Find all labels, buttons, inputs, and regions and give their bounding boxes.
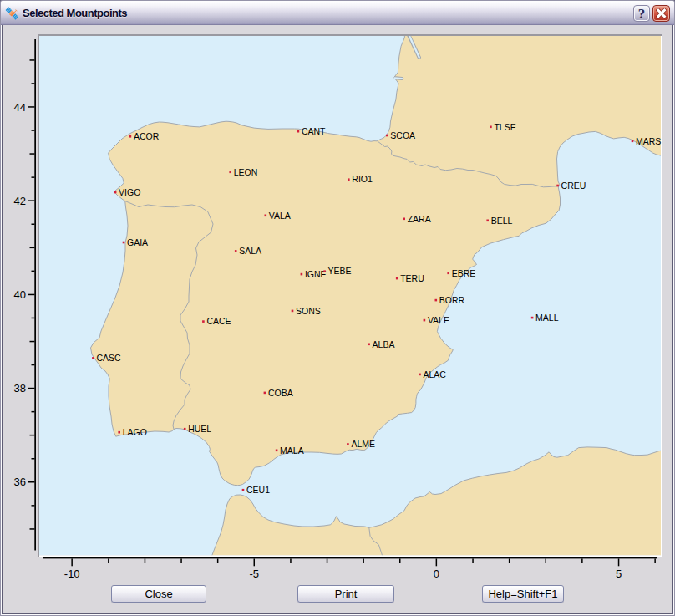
svg-text:HUEL: HUEL xyxy=(188,424,211,434)
svg-text:44: 44 xyxy=(14,101,26,114)
svg-text:IGNE: IGNE xyxy=(305,269,327,279)
svg-text:ZARA: ZARA xyxy=(408,214,431,224)
svg-text:GAIA: GAIA xyxy=(127,237,148,247)
svg-text:CEU1: CEU1 xyxy=(246,485,270,495)
svg-text:MALL: MALL xyxy=(535,313,559,323)
svg-text:36: 36 xyxy=(14,476,26,488)
svg-text:BELL: BELL xyxy=(491,216,513,226)
svg-text:COBA: COBA xyxy=(268,388,293,398)
svg-text:MALA: MALA xyxy=(280,445,304,456)
svg-text:ALAC: ALAC xyxy=(424,369,447,379)
svg-text:CASC: CASC xyxy=(96,353,121,363)
svg-text:ALBA: ALBA xyxy=(373,339,395,349)
svg-text:CACE: CACE xyxy=(206,316,231,326)
svg-text:0: 0 xyxy=(434,568,439,580)
svg-text:ACOR: ACOR xyxy=(134,131,160,141)
svg-text:SONS: SONS xyxy=(296,306,321,316)
svg-text:38: 38 xyxy=(14,382,26,395)
svg-text:ALME: ALME xyxy=(351,439,375,449)
svg-text:5: 5 xyxy=(616,568,622,580)
svg-text:YEBE: YEBE xyxy=(328,266,352,276)
svg-text:SALA: SALA xyxy=(239,246,261,256)
svg-text:TLSE: TLSE xyxy=(494,122,515,132)
svg-text:VALE: VALE xyxy=(428,315,449,325)
svg-text:40: 40 xyxy=(14,288,26,301)
svg-text:TERU: TERU xyxy=(400,273,424,283)
svg-text:VALA: VALA xyxy=(269,211,291,221)
svg-text:MARS: MARS xyxy=(636,136,661,146)
svg-text:-5: -5 xyxy=(250,568,260,580)
svg-text:LEON: LEON xyxy=(234,167,258,177)
svg-text:VIGO: VIGO xyxy=(119,187,140,197)
svg-text:LAGO: LAGO xyxy=(123,427,147,437)
svg-text:42: 42 xyxy=(14,195,26,207)
svg-text:EBRE: EBRE xyxy=(452,268,476,278)
svg-text:BORR: BORR xyxy=(439,295,465,305)
svg-text:-10: -10 xyxy=(64,568,80,580)
svg-text:RIO1: RIO1 xyxy=(352,174,373,184)
svg-text:CREU: CREU xyxy=(561,181,586,191)
svg-text:SCOA: SCOA xyxy=(390,130,415,140)
svg-text:CANT: CANT xyxy=(302,126,326,136)
